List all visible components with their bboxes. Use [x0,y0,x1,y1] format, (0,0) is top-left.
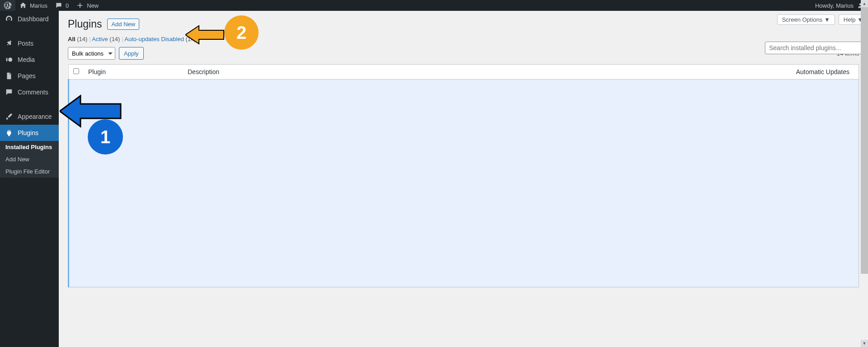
page-icon [5,71,14,80]
comments-count: 0 [66,2,69,9]
add-new-button[interactable]: Add New [107,19,139,30]
plus-icon [76,1,84,9]
new-content-link[interactable]: New [72,0,102,11]
sidebar-item-pages[interactable]: Pages [0,68,59,84]
svg-point-1 [8,58,12,62]
site-link[interactable]: Marius [15,0,51,11]
filter-auto-count: (14) [186,36,196,42]
sidebar-item-dashboard[interactable]: Dashboard [0,11,59,27]
scroll-down-icon[interactable]: ▼ [861,340,868,347]
column-updates[interactable]: Automatic Updates [782,65,859,80]
page-header: Plugins Add New [68,11,859,34]
howdy-user[interactable]: Howdy, Marius [811,0,868,11]
media-icon [5,55,14,64]
filter-all[interactable]: All [68,36,75,42]
main-wrap: Dashboard Posts Media Pages Comments App… [0,11,868,347]
apply-button[interactable]: Apply [119,47,144,60]
sidebar-item-appearance[interactable]: Appearance [0,108,59,125]
bulk-actions-select[interactable]: Bulk actions [68,47,115,60]
screen-options-button[interactable]: Screen Options ▼ [777,14,835,25]
comment-icon [55,1,63,9]
wp-logo-menu[interactable] [0,0,15,11]
filter-active[interactable]: Active [92,36,108,42]
comments-link[interactable]: 0 [51,0,72,11]
page-title: Plugins [68,18,102,30]
column-description[interactable]: Description [183,65,782,80]
search-input[interactable] [765,42,868,54]
sidebar-label: Comments [18,89,48,96]
sidebar-label: Dashboard [18,15,49,23]
controls-left: Bulk actions Apply [68,47,144,60]
filter-all-count: (14) [77,36,87,42]
howdy-text: Howdy, Marius [815,2,854,9]
content-area: Screen Options ▼ Help ▼ Plugins Add New … [59,11,868,347]
dashboard-icon [5,14,14,23]
home-icon [19,1,27,9]
sidebar-item-posts[interactable]: Posts [0,35,59,52]
table-row [69,80,859,287]
filter-active-count: (14) [109,36,120,42]
sidebar-item-plugins[interactable]: Plugins [0,125,59,141]
scrollbar[interactable]: ▲ ▼ [861,0,868,347]
sidebar-label: Appearance [18,113,52,120]
sidebar-label: Posts [18,40,33,47]
sidebar-item-media[interactable]: Media [0,52,59,68]
submenu-plugin-file-editor[interactable]: Plugin File Editor [0,165,59,178]
sidebar-label: Plugins [18,129,38,136]
sidebar-item-comments[interactable]: Comments [0,84,59,100]
filter-links: All (14) | Active (14) | Auto-updates Di… [68,34,859,47]
toolbar-right: Howdy, Marius [811,0,868,11]
plugins-table: Plugin Description Automatic Updates [68,64,859,287]
site-name: Marius [30,2,47,9]
search-box [765,42,868,54]
submenu-add-new[interactable]: Add New [0,153,59,165]
comment-icon [5,88,14,97]
filter-auto-updates[interactable]: Auto-updates Disabled [124,36,184,42]
sidebar-label: Pages [18,72,36,80]
scroll-thumb[interactable] [861,7,868,274]
plug-icon [5,128,14,137]
toolbar-left: Marius 0 New [0,0,102,11]
plugins-submenu: Installed Plugins Add New Plugin File Ed… [0,141,59,178]
scroll-up-icon[interactable]: ▲ [861,0,868,7]
column-plugin[interactable]: Plugin [84,65,183,80]
new-label: New [87,2,99,9]
admin-toolbar: Marius 0 New Howdy, Marius [0,0,868,11]
controls-row: Bulk actions Apply 14 items [68,47,859,60]
admin-sidebar: Dashboard Posts Media Pages Comments App… [0,11,59,347]
submenu-installed-plugins[interactable]: Installed Plugins [0,141,59,153]
header-buttons: Screen Options ▼ Help ▼ [777,14,868,25]
pin-icon [5,39,14,48]
sidebar-label: Media [18,56,35,63]
brush-icon [5,112,14,121]
select-all-header [69,65,84,80]
select-all-checkbox[interactable] [73,68,79,74]
wordpress-icon [4,1,12,9]
